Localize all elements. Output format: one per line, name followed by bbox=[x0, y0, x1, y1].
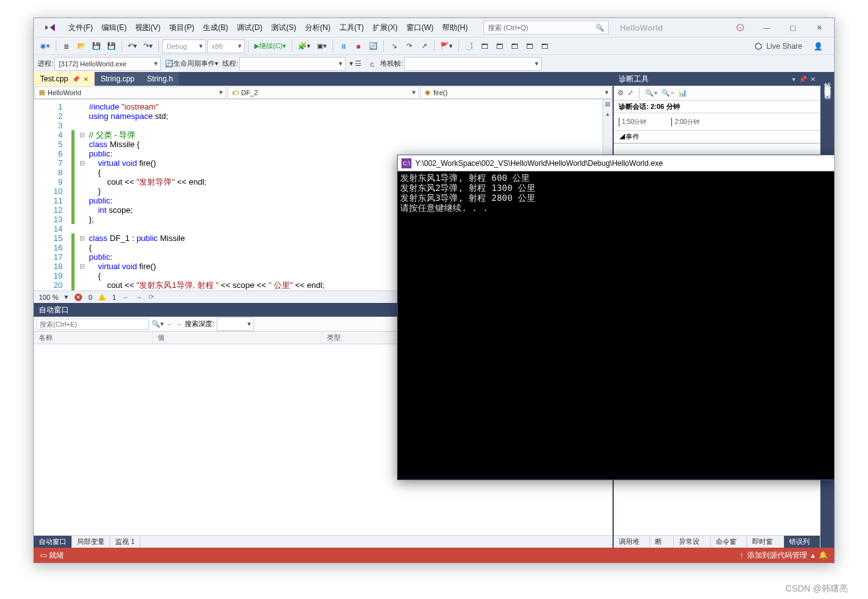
menu-item[interactable]: 编辑(E) bbox=[97, 22, 131, 33]
console-titlebar[interactable]: C:\ Y:\002_WorkSpace\002_VS\HelloWorld\H… bbox=[398, 155, 835, 172]
stack-icon[interactable]: ⎌ bbox=[365, 57, 379, 71]
status-ready: 就绪 bbox=[49, 550, 64, 561]
undo-icon[interactable]: ↶▾ bbox=[125, 39, 140, 53]
platform-combo[interactable]: x86 bbox=[207, 39, 245, 53]
step-over-icon[interactable]: ↷ bbox=[402, 39, 416, 53]
live-share-button[interactable]: Live Share 👤 bbox=[754, 42, 830, 51]
continue-button[interactable]: ▶ 继续(C) ▾ bbox=[252, 39, 289, 53]
panel-tab[interactable]: 错误列表 bbox=[784, 536, 820, 548]
panel-tab[interactable]: 监视 1 bbox=[110, 536, 140, 548]
expand-icon[interactable]: ⤢ bbox=[628, 89, 633, 97]
config-combo[interactable]: Debug bbox=[162, 39, 206, 53]
menu-item[interactable]: 文件(F) bbox=[64, 22, 97, 33]
process-combo[interactable]: [3172] HelloWorld.exe bbox=[54, 57, 161, 71]
panel-tab[interactable]: 局部变量 bbox=[72, 536, 110, 548]
svg-point-1 bbox=[739, 26, 741, 29]
breakpoints-icon[interactable]: 🗔 bbox=[522, 39, 536, 53]
autos-col-header[interactable]: 值 bbox=[153, 332, 322, 344]
step-out-icon[interactable]: ↗ bbox=[417, 39, 431, 53]
prev-issue-icon[interactable]: ← bbox=[122, 294, 129, 301]
pause-icon[interactable]: ⏸ bbox=[336, 39, 350, 53]
console-output[interactable]: 发射东风1导弹, 射程 600 公里 发射东风2导弹, 射程 1300 公里 发… bbox=[398, 172, 835, 479]
panel-tab[interactable]: 自动窗口 bbox=[34, 536, 72, 548]
menu-item[interactable]: 项目(P) bbox=[165, 22, 199, 33]
file-tab[interactable]: String.h bbox=[141, 72, 179, 86]
zoom-out-icon[interactable]: 🔍− bbox=[661, 89, 674, 97]
diagnostics-header[interactable]: 诊断工具 ▾📌✕ bbox=[614, 72, 820, 86]
new-project-icon[interactable]: 🗎 bbox=[59, 39, 73, 53]
close-button[interactable]: ✕ bbox=[807, 20, 832, 35]
step-into-icon[interactable]: ↘ bbox=[387, 39, 401, 53]
bottom-right-tabs: 调用堆栈断点异常设置命令窗口即时窗口错误列表 bbox=[614, 535, 820, 548]
autos-search-input[interactable] bbox=[36, 319, 149, 330]
next-issue-icon[interactable]: → bbox=[135, 294, 142, 301]
menu-item[interactable]: 帮助(H) bbox=[438, 22, 472, 33]
file-tab[interactable]: String.cpp bbox=[95, 72, 141, 86]
line-number-gutter: 1234567891011121314151617181920212223242… bbox=[34, 100, 69, 290]
menu-item[interactable]: 工具(T) bbox=[335, 22, 368, 33]
nav-member-combo[interactable]: ◉fire() bbox=[420, 86, 612, 99]
autos-depth-combo[interactable] bbox=[217, 317, 254, 331]
panel-tab[interactable]: 异常设置 bbox=[674, 536, 710, 548]
nav-class-combo[interactable]: 🏷DF_2 bbox=[227, 86, 419, 99]
stop-icon[interactable]: ■ bbox=[351, 39, 365, 53]
error-count-icon[interactable]: ✕ bbox=[75, 294, 82, 301]
panel-tab[interactable]: 断点 bbox=[650, 536, 674, 548]
diag-events-label[interactable]: ◢事件 bbox=[614, 131, 820, 143]
scroll-split-icon[interactable]: ▤ bbox=[603, 100, 612, 110]
watch-icon[interactable]: 🗔 bbox=[507, 39, 521, 53]
menu-item[interactable]: 窗口(W) bbox=[402, 22, 438, 33]
toggle-bp-icon[interactable]: 🚩▾ bbox=[438, 39, 455, 53]
file-tab[interactable]: Test.cpp📌✕ bbox=[34, 72, 95, 86]
output-icon[interactable]: 🗔 bbox=[537, 39, 551, 53]
panel-tab[interactable]: 命令窗口 bbox=[711, 536, 747, 548]
save-icon[interactable]: 💾 bbox=[90, 39, 103, 53]
minimize-button[interactable]: — bbox=[754, 20, 779, 35]
search-box[interactable]: 搜索 (Ctrl+Q) 🔍 bbox=[483, 21, 609, 34]
close-icon[interactable]: ✕ bbox=[810, 76, 815, 83]
debug-window-icon[interactable]: ▣▾ bbox=[314, 39, 329, 53]
vs-logo-icon bbox=[43, 20, 58, 35]
console-window[interactable]: C:\ Y:\002_WorkSpace\002_VS\HelloWorld\H… bbox=[397, 155, 835, 480]
restart-icon[interactable]: 🔄 bbox=[366, 39, 380, 53]
notifications-status-icon[interactable]: 🔔 bbox=[819, 551, 828, 560]
menu-item[interactable]: 测试(S) bbox=[267, 22, 301, 33]
redo-icon[interactable]: ↷▾ bbox=[141, 39, 155, 53]
stackframe-combo[interactable] bbox=[404, 57, 542, 71]
notifications-icon[interactable] bbox=[728, 20, 753, 35]
open-file-icon[interactable]: 📂 bbox=[75, 39, 88, 53]
back-nav-icon[interactable]: ◉▾ bbox=[38, 39, 53, 53]
save-all-icon[interactable]: 💾 bbox=[105, 39, 118, 53]
thread-combo[interactable] bbox=[239, 57, 346, 71]
lifecycle-icon[interactable]: 🔄 生命周期事件 ▾ bbox=[162, 57, 221, 71]
gear-icon[interactable]: ⚙ bbox=[617, 89, 624, 97]
menu-item[interactable]: 调试(D) bbox=[232, 22, 267, 33]
maximize-button[interactable]: ▢ bbox=[780, 20, 805, 35]
autos-col-header[interactable]: 名称 bbox=[34, 332, 153, 344]
nav-scope-combo[interactable]: ▦HelloWorld bbox=[34, 86, 226, 99]
locals-icon[interactable]: 🗔 bbox=[492, 39, 506, 53]
console-title-text: Y:\002_WorkSpace\002_VS\HelloWorld\Hello… bbox=[415, 159, 663, 168]
zoom-in-icon[interactable]: 🔍+ bbox=[645, 89, 658, 97]
autos-icon[interactable]: 🗔 bbox=[477, 39, 491, 53]
pin-icon[interactable]: 📌 bbox=[799, 76, 807, 83]
navigation-bar: ▦HelloWorld 🏷DF_2 ◉fire() bbox=[34, 86, 612, 100]
menu-item[interactable]: 扩展(X) bbox=[368, 22, 402, 33]
debug-target-icon[interactable]: 🧩▾ bbox=[296, 39, 313, 53]
menu-item[interactable]: 生成(B) bbox=[199, 22, 232, 33]
reset-view-icon[interactable]: 📊 bbox=[678, 89, 687, 97]
zoom-level[interactable]: 100 % bbox=[39, 294, 58, 301]
warning-count-icon[interactable] bbox=[98, 294, 106, 300]
process-label: 进程: bbox=[38, 59, 53, 68]
panel-tab[interactable]: 调用堆栈 bbox=[614, 536, 650, 548]
hex-icon[interactable]: 📑 bbox=[462, 39, 476, 53]
filter-icon[interactable]: ▾ ☲ bbox=[347, 57, 364, 71]
stackframe-label: 堆栈帧: bbox=[380, 59, 403, 68]
diag-timeline[interactable]: 1:50分钟 2:00分钟 bbox=[614, 113, 820, 131]
fold-margin[interactable]: ⊟⊟⊟⊟⊟⊟ bbox=[78, 100, 86, 290]
menu-item[interactable]: 视图(V) bbox=[131, 22, 165, 33]
add-source-control[interactable]: 添加到源代码管理 bbox=[747, 550, 807, 561]
menu-item[interactable]: 分析(N) bbox=[301, 22, 335, 33]
search-icon: 🔍 bbox=[596, 24, 604, 32]
panel-tab[interactable]: 即时窗口 bbox=[747, 536, 783, 548]
